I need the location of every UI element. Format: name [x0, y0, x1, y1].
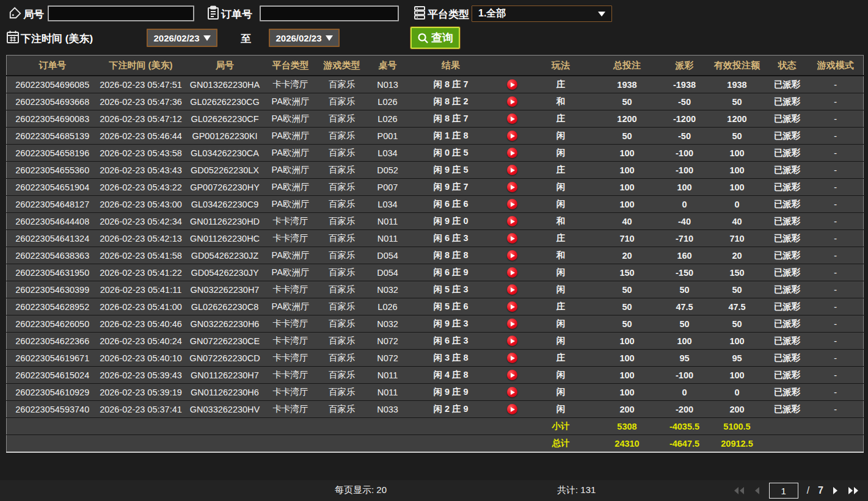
- cell-game-mode: -: [808, 230, 864, 247]
- cell-game-type: 百家乐: [315, 333, 369, 350]
- cell-game-mode: -: [808, 350, 864, 367]
- first-page-button[interactable]: [733, 486, 745, 496]
- cell-round-id: GP001262230KI: [184, 128, 266, 145]
- cell-bet-time: 2026-02-23 05:41:00: [98, 298, 184, 315]
- cell-total-bet: 1200: [593, 110, 662, 128]
- cell-table-no: L026: [369, 93, 407, 110]
- replay-play-icon[interactable]: [507, 233, 517, 243]
- search-button[interactable]: 查询: [410, 27, 460, 49]
- replay-play-icon[interactable]: [507, 319, 517, 329]
- cell-table-no: N011: [369, 213, 407, 230]
- cell-round-id: GD052262230LX: [184, 162, 266, 179]
- cell-order-id: 260223054622366: [7, 333, 98, 350]
- cell-play: 庄: [529, 76, 593, 93]
- next-page-button[interactable]: [832, 486, 839, 496]
- date-to-select[interactable]: 2026/02/23: [269, 29, 340, 47]
- date-from-select[interactable]: 2026/02/23: [147, 29, 217, 47]
- order-id-input[interactable]: [260, 5, 399, 21]
- replay-play-icon[interactable]: [507, 182, 517, 192]
- bet-records-page: 局号 订单号 平台类型 1.全部 下注时间 (美东) 2026/02/23: [0, 0, 868, 501]
- summary-spacer: [7, 435, 529, 453]
- cell-payout: 50: [662, 315, 708, 333]
- page-number-input[interactable]: [769, 483, 798, 499]
- cell-total-bet: 20: [593, 247, 662, 264]
- cell-valid-bet: 100: [708, 367, 767, 384]
- cell-result: 闲 8 庄 8: [407, 247, 495, 264]
- col-header-total-bet: 总投注: [593, 56, 662, 76]
- cell-table-no: N032: [369, 281, 407, 298]
- cell-platform: 卡卡湾厅: [266, 76, 315, 93]
- cell-valid-bet: 50: [708, 281, 767, 298]
- cell-order-id: 260223054655360: [7, 162, 98, 179]
- cell-platform: 卡卡湾厅: [266, 333, 315, 350]
- replay-play-icon[interactable]: [507, 216, 517, 226]
- cell-platform: 卡卡湾厅: [266, 384, 315, 401]
- replay-play-icon[interactable]: [507, 148, 517, 158]
- replay-play-icon[interactable]: [507, 165, 517, 175]
- round-id-input[interactable]: [48, 5, 194, 21]
- cell-valid-bet: 710: [708, 230, 767, 247]
- replay-play-icon[interactable]: [507, 301, 517, 312]
- cell-round-id: GN011262230H7: [184, 367, 266, 384]
- platform-type-select[interactable]: 1.全部: [472, 5, 612, 22]
- cell-status: 已派彩: [767, 213, 808, 230]
- cell-table-no: P007: [369, 179, 407, 196]
- cell-status: 已派彩: [767, 76, 808, 93]
- cell-total-bet: 50: [593, 93, 662, 110]
- cell-platform: PA欧洲厅: [266, 162, 315, 179]
- cell-table-no: N011: [369, 367, 407, 384]
- cell-table-no: P001: [369, 128, 407, 145]
- replay-play-icon[interactable]: [507, 370, 517, 380]
- cell-game-type: 百家乐: [315, 384, 369, 401]
- cell-result: 闲 8 庄 2: [407, 93, 495, 110]
- col-header-valid-bet: 有效投注额: [708, 56, 767, 76]
- cell-replay: [495, 264, 529, 281]
- cell-table-no: L034: [369, 196, 407, 213]
- table-row: 2602230546519042026-02-23 05:43:22GP0072…: [7, 179, 864, 196]
- cell-total-bet: 100: [593, 145, 662, 162]
- replay-play-icon[interactable]: [507, 114, 517, 124]
- cell-order-id: 260223054630399: [7, 281, 98, 298]
- replay-play-icon[interactable]: [507, 79, 517, 90]
- cell-play: 闲: [529, 333, 593, 350]
- cell-bet-time: 2026-02-23 05:46:44: [98, 128, 184, 145]
- replay-play-icon[interactable]: [507, 96, 517, 107]
- replay-play-icon[interactable]: [507, 387, 517, 397]
- col-header-replay: [495, 56, 529, 76]
- cell-total-bet: 200: [593, 401, 662, 418]
- cell-platform: PA欧洲厅: [266, 298, 315, 315]
- replay-play-icon[interactable]: [507, 199, 517, 209]
- prev-page-button[interactable]: [754, 486, 760, 496]
- replay-play-icon[interactable]: [507, 284, 517, 295]
- cell-valid-bet: 50: [708, 93, 767, 110]
- cell-table-no: N011: [369, 230, 407, 247]
- cell-game-mode: -: [808, 213, 864, 230]
- replay-play-icon[interactable]: [507, 353, 517, 363]
- table-row: 2602230546303992026-02-23 05:41:11GN0322…: [7, 281, 864, 298]
- cell-bet-time: 2026-02-23 05:37:41: [98, 401, 184, 418]
- cell-total-bet: 710: [593, 230, 662, 247]
- cell-round-id: GN011262230HC: [184, 230, 266, 247]
- cell-total-bet: 100: [593, 350, 662, 367]
- cell-order-id: 260223054631950: [7, 264, 98, 281]
- replay-play-icon[interactable]: [507, 404, 517, 414]
- replay-play-icon[interactable]: [507, 250, 517, 261]
- replay-play-icon[interactable]: [507, 267, 517, 278]
- cell-result: 闲 6 庄 9: [407, 264, 495, 281]
- replay-play-icon[interactable]: [507, 336, 517, 346]
- cell-play: 闲: [529, 401, 593, 418]
- cell-bet-time: 2026-02-23 05:43:58: [98, 145, 184, 162]
- platform-icon: [413, 5, 426, 23]
- cell-round-id: GN011262230HD: [184, 213, 266, 230]
- cell-total-bet: 50: [593, 315, 662, 333]
- cell-status: 已派彩: [767, 401, 808, 418]
- cell-play: 闲: [529, 367, 593, 384]
- last-page-button[interactable]: [847, 486, 859, 496]
- cell-game-type: 百家乐: [315, 93, 369, 110]
- cell-table-no: N011: [369, 384, 407, 401]
- table-header-row: 订单号 下注时间 (美东) 局号 平台类型 游戏类型 桌号 结果 玩法 总投注 …: [7, 56, 864, 76]
- cell-table-no: L026: [369, 110, 407, 128]
- cell-status: 已派彩: [767, 315, 808, 333]
- cell-play: 闲: [529, 128, 593, 145]
- replay-play-icon[interactable]: [507, 131, 517, 141]
